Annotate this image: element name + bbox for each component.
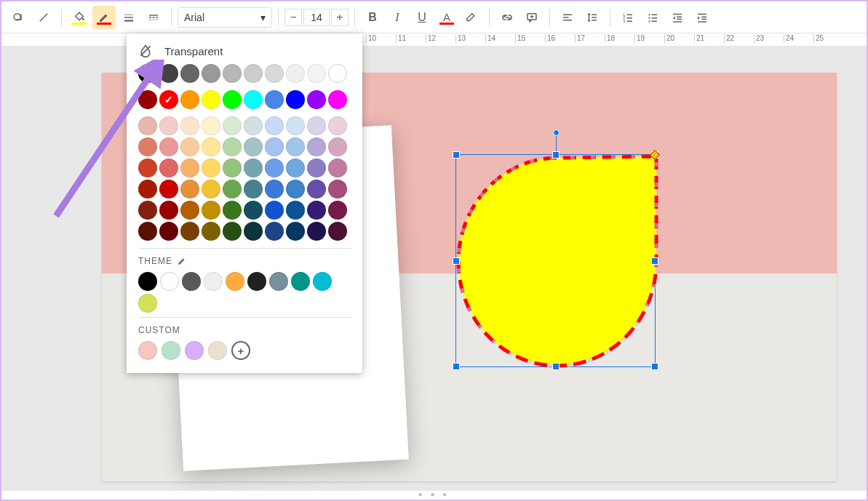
color-swatch[interactable] bbox=[244, 137, 263, 156]
color-swatch[interactable] bbox=[180, 222, 199, 241]
color-swatch[interactable] bbox=[180, 159, 199, 177]
color-swatch[interactable] bbox=[307, 159, 326, 177]
color-swatch[interactable] bbox=[160, 272, 179, 291]
resize-handle-bl[interactable] bbox=[453, 363, 460, 370]
transparent-option[interactable]: Transparent bbox=[138, 44, 351, 64]
color-swatch[interactable] bbox=[313, 272, 332, 291]
italic-button[interactable]: I bbox=[386, 6, 409, 29]
color-swatch[interactable] bbox=[286, 201, 305, 220]
color-swatch[interactable] bbox=[202, 116, 220, 135]
color-swatch[interactable] bbox=[307, 222, 326, 241]
color-swatch[interactable] bbox=[180, 201, 199, 220]
color-swatch[interactable] bbox=[265, 116, 284, 135]
color-swatch[interactable] bbox=[180, 116, 199, 135]
color-swatch[interactable] bbox=[223, 222, 242, 241]
fill-color-button[interactable] bbox=[68, 6, 91, 29]
color-swatch[interactable] bbox=[286, 180, 305, 199]
color-swatch[interactable] bbox=[202, 137, 220, 156]
color-swatch[interactable] bbox=[180, 180, 199, 199]
font-size-value[interactable]: 14 bbox=[303, 9, 330, 26]
color-swatch[interactable] bbox=[265, 180, 284, 199]
color-swatch[interactable] bbox=[307, 116, 326, 135]
color-swatch[interactable] bbox=[286, 159, 305, 177]
color-swatch[interactable] bbox=[223, 137, 242, 156]
color-swatch[interactable] bbox=[291, 272, 310, 291]
color-swatch[interactable] bbox=[244, 116, 263, 135]
color-swatch[interactable] bbox=[159, 180, 178, 199]
resize-handle-ml[interactable] bbox=[453, 257, 460, 265]
color-swatch[interactable] bbox=[138, 116, 157, 135]
rotation-handle[interactable] bbox=[553, 129, 560, 136]
color-swatch[interactable] bbox=[265, 201, 284, 220]
color-swatch[interactable] bbox=[247, 272, 266, 291]
color-swatch[interactable] bbox=[307, 90, 326, 109]
color-swatch[interactable] bbox=[286, 64, 305, 83]
color-swatch[interactable] bbox=[185, 341, 204, 360]
resize-handle-tl[interactable] bbox=[453, 151, 460, 159]
color-swatch[interactable] bbox=[223, 64, 242, 83]
font-size-increase[interactable]: + bbox=[331, 9, 349, 26]
color-swatch[interactable] bbox=[159, 137, 178, 156]
color-swatch[interactable] bbox=[328, 64, 347, 83]
color-swatch[interactable] bbox=[138, 222, 157, 241]
color-swatch[interactable] bbox=[269, 272, 288, 291]
color-swatch[interactable] bbox=[226, 272, 244, 291]
color-swatch[interactable] bbox=[328, 159, 347, 177]
color-swatch[interactable] bbox=[180, 137, 199, 156]
color-swatch[interactable] bbox=[159, 201, 178, 220]
color-swatch[interactable] bbox=[202, 201, 220, 220]
color-swatch[interactable] bbox=[328, 90, 347, 109]
line-spacing-button[interactable] bbox=[581, 6, 604, 29]
color-swatch[interactable] bbox=[265, 222, 284, 241]
color-swatch[interactable] bbox=[208, 341, 227, 360]
color-swatch[interactable] bbox=[265, 64, 284, 83]
color-swatch[interactable] bbox=[159, 116, 178, 135]
color-swatch[interactable] bbox=[138, 180, 157, 199]
color-swatch[interactable] bbox=[138, 341, 157, 360]
font-size-decrease[interactable]: − bbox=[284, 9, 302, 26]
color-swatch[interactable] bbox=[202, 222, 220, 241]
color-swatch[interactable] bbox=[182, 272, 201, 291]
color-swatch[interactable] bbox=[223, 180, 242, 199]
increase-indent-button[interactable] bbox=[690, 6, 714, 29]
color-swatch[interactable] bbox=[138, 201, 157, 220]
align-button[interactable] bbox=[556, 6, 579, 29]
color-swatch[interactable] bbox=[307, 180, 326, 199]
text-color-button[interactable]: A bbox=[435, 6, 458, 29]
color-swatch[interactable] bbox=[265, 90, 284, 109]
color-swatch[interactable] bbox=[204, 272, 223, 291]
color-swatch[interactable] bbox=[223, 159, 242, 177]
color-swatch[interactable] bbox=[138, 159, 157, 177]
color-swatch[interactable] bbox=[328, 180, 347, 199]
color-swatch[interactable] bbox=[286, 90, 305, 109]
color-swatch[interactable] bbox=[223, 90, 242, 109]
shape-tool[interactable] bbox=[7, 6, 31, 29]
color-swatch[interactable] bbox=[138, 294, 157, 313]
color-swatch[interactable] bbox=[138, 64, 157, 83]
resize-handle-tm[interactable] bbox=[552, 151, 560, 159]
color-swatch[interactable] bbox=[244, 222, 263, 241]
color-swatch[interactable] bbox=[328, 137, 347, 156]
color-swatch[interactable] bbox=[202, 159, 220, 177]
color-swatch[interactable] bbox=[180, 90, 199, 109]
border-weight-button[interactable] bbox=[117, 6, 140, 29]
color-swatch[interactable] bbox=[286, 116, 305, 135]
color-swatch[interactable] bbox=[244, 64, 263, 83]
insert-link-button[interactable] bbox=[495, 6, 519, 29]
color-swatch[interactable] bbox=[159, 159, 178, 177]
color-swatch[interactable] bbox=[159, 64, 178, 83]
color-swatch[interactable] bbox=[202, 64, 220, 83]
bold-button[interactable]: B bbox=[361, 6, 384, 29]
color-swatch[interactable] bbox=[244, 180, 263, 199]
resize-handle-mr[interactable] bbox=[651, 257, 658, 265]
line-tool[interactable] bbox=[32, 6, 55, 29]
color-swatch[interactable] bbox=[223, 116, 242, 135]
pencil-icon[interactable] bbox=[177, 256, 187, 266]
add-custom-color-button[interactable]: + bbox=[231, 341, 250, 360]
color-swatch[interactable] bbox=[328, 116, 347, 135]
color-swatch[interactable] bbox=[138, 90, 157, 109]
font-family-select[interactable]: Arial ▾ bbox=[178, 7, 272, 28]
color-swatch[interactable] bbox=[244, 90, 263, 109]
color-swatch[interactable] bbox=[265, 137, 284, 156]
color-swatch[interactable] bbox=[265, 159, 284, 177]
